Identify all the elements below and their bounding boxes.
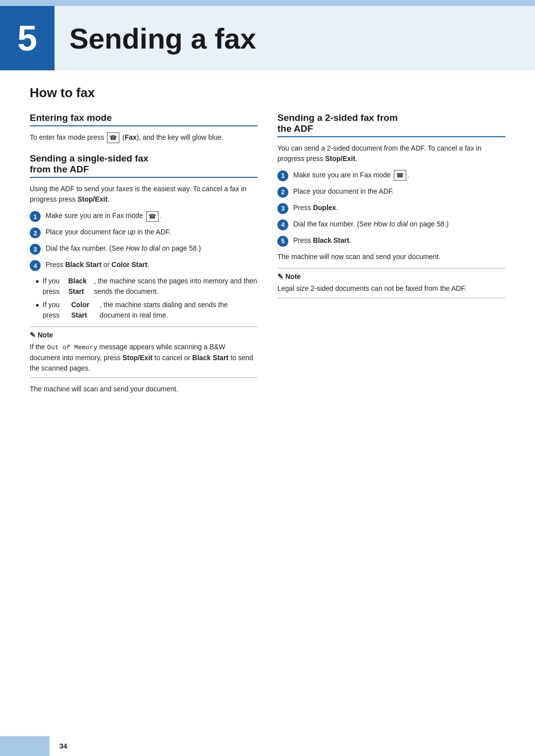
fax-key-label: Fax (125, 133, 137, 141)
two-sided-step-2: 2 Place your document in the ADF. (277, 186, 505, 198)
step-3-content: Dial the fax number. (See How to dial on… (46, 243, 258, 254)
top-accent-bar (0, 0, 535, 6)
two-sided-step-2-content: Place your document in the ADF. (293, 186, 505, 197)
stop-exit-note: Stop/Exit (122, 354, 153, 362)
single-sided-adf-section: Sending a single-sided faxfrom the ADF U… (30, 153, 258, 394)
note-label-2: Note (285, 272, 301, 280)
chapter-number-block: 5 (0, 6, 54, 70)
step-2-content: Place your document face up in the ADF. (46, 227, 258, 237)
content-area: Entering fax mode To enter fax mode pres… (0, 112, 535, 404)
out-of-memory-code: Out of Memory (47, 344, 97, 351)
page-number: 34 (50, 742, 67, 750)
entering-fax-mode-title: Entering fax mode (30, 112, 258, 123)
note-text-2: Legal size 2-sided documents can not be … (277, 283, 505, 294)
step-num-2: 2 (30, 227, 41, 238)
note-text-1: If the Out of Memory message appears whi… (30, 342, 258, 374)
two-sided-step-5-content: Press Black Start. (293, 235, 505, 246)
chapter-header: 5 Sending a fax (0, 6, 535, 70)
note-box-2: ✎ Note Legal size 2-sided documents can … (277, 268, 505, 298)
bullet-1: If you press Black Start, the machine sc… (36, 276, 258, 297)
two-sided-adf-title: Sending a 2-sided fax fromthe ADF (277, 112, 505, 134)
black-start-note: Black Start (192, 354, 228, 362)
two-sided-step-num-5: 5 (277, 236, 288, 247)
pencil-icon-1: ✎ (30, 331, 36, 339)
note-title-1: ✎ Note (30, 331, 258, 339)
fax-key-icon: ☎ (107, 132, 119, 143)
note-box-1: ✎ Note If the Out of Memory message appe… (30, 326, 258, 378)
step-num-1: 1 (30, 211, 41, 222)
black-start-label-2: Black Start (313, 236, 349, 244)
entering-fax-mode-section: Entering fax mode To enter fax mode pres… (30, 112, 258, 143)
two-sided-step-num-1: 1 (277, 170, 288, 181)
step-4: 4 Press Black Start or Color Start. (30, 260, 258, 271)
two-sided-step-4-content: Dial the fax number. (See How to dial on… (293, 219, 505, 229)
entering-fax-mode-body: To enter fax mode press ☎ (Fax), and the… (30, 132, 258, 143)
color-start-bullet: Color Start (71, 300, 100, 321)
two-sided-step-num-4: 4 (277, 219, 288, 230)
section-divider-3 (277, 136, 505, 137)
two-sided-step-num-2: 2 (277, 187, 288, 198)
two-sided-adf-section: Sending a 2-sided fax fromthe ADF You ca… (277, 112, 505, 298)
two-sided-adf-intro: You can send a 2-sided document from the… (277, 143, 505, 164)
note-label-1: Note (38, 331, 53, 339)
stop-exit-ref-2: Stop/Exit (325, 155, 355, 162)
page-footer: 34 (0, 736, 535, 756)
two-sided-step-3-content: Press Duplex. (293, 203, 505, 213)
step-1: 1 Make sure you are in Fax mode ☎. (30, 211, 258, 222)
color-start-label-1: Color Start (111, 261, 147, 269)
step-2: 2 Place your document face up in the ADF… (30, 227, 258, 238)
section-divider (30, 125, 258, 126)
how-to-dial-ref-2: How to dial (374, 220, 408, 228)
fax-mode-icon-2: ☎ (394, 170, 406, 181)
note-title-2: ✎ Note (277, 272, 505, 280)
black-start-label-1: Black Start (65, 261, 102, 269)
two-sided-footer: The machine will now scan and send your … (277, 252, 505, 262)
two-sided-steps: 1 Make sure you are in Fax mode ☎. 2 Pla… (277, 170, 505, 247)
chapter-title: Sending a fax (69, 22, 256, 55)
step-3: 3 Dial the fax number. (See How to dial … (30, 243, 258, 255)
black-start-bullet: Black Start (68, 276, 94, 297)
section-divider-2 (30, 177, 258, 178)
single-sided-steps: 1 Make sure you are in Fax mode ☎. 2 Pla… (30, 211, 258, 271)
single-sided-adf-intro: Using the ADF to send your faxes is the … (30, 184, 258, 205)
chapter-number: 5 (17, 18, 37, 58)
two-sided-step-1: 1 Make sure you are in Fax mode ☎. (277, 170, 505, 181)
left-column: Entering fax mode To enter fax mode pres… (30, 112, 258, 404)
two-sided-step-5: 5 Press Black Start. (277, 235, 505, 247)
two-sided-step-3: 3 Press Duplex. (277, 203, 505, 214)
stop-exit-ref-1: Stop/Exit (77, 195, 107, 203)
bullet-2: If you press Color Start, the machine st… (36, 300, 258, 321)
two-sided-step-num-3: 3 (277, 203, 288, 214)
chapter-title-block: Sending a fax (54, 6, 535, 70)
two-sided-step-1-content: Make sure you are in Fax mode ☎. (293, 170, 505, 181)
two-sided-step-4: 4 Dial the fax number. (See How to dial … (277, 219, 505, 230)
main-section-title: How to fax (30, 85, 505, 101)
bullet-options: If you press Black Start, the machine sc… (36, 276, 258, 321)
pencil-icon-2: ✎ (277, 272, 283, 280)
face-up-emphasis: face up (112, 228, 135, 236)
single-sided-footer: The machine will scan and send your docu… (30, 384, 258, 394)
main-section: How to fax (0, 85, 535, 101)
footer-blue-block (0, 736, 50, 756)
how-to-dial-ref-1: How to dial (126, 244, 160, 252)
step-num-3: 3 (30, 244, 41, 255)
step-num-4: 4 (30, 260, 41, 271)
step-1-content: Make sure you are in Fax mode ☎. (46, 211, 258, 221)
step-4-content: Press Black Start or Color Start. (46, 260, 258, 270)
duplex-label: Duplex (313, 204, 336, 212)
fax-mode-icon-1: ☎ (146, 211, 159, 222)
single-sided-adf-title: Sending a single-sided faxfrom the ADF (30, 153, 258, 175)
right-column: Sending a 2-sided fax fromthe ADF You ca… (277, 112, 505, 404)
